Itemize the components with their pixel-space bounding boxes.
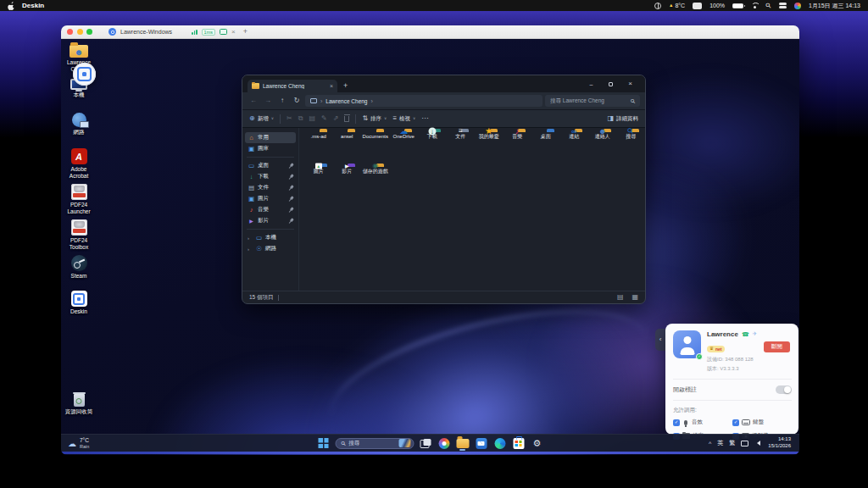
taskbar-search[interactable]: 搜尋 <box>335 438 414 449</box>
checkbox-checked[interactable] <box>673 419 680 426</box>
file-item[interactable]: .ms-ad <box>304 131 333 166</box>
explorer-tab[interactable]: Lawrence Cheng <box>248 80 337 92</box>
desktop-icon-pdf24-toolbox[interactable]: PDF24 Toolbox <box>64 218 94 251</box>
desktop-icon-network[interactable]: 網路 <box>64 109 94 136</box>
file-item[interactable]: 下載 <box>418 131 447 166</box>
file-explorer-button[interactable] <box>455 436 470 451</box>
file-item[interactable]: 連結 <box>560 131 589 166</box>
globe-icon[interactable] <box>654 3 661 9</box>
file-item[interactable]: 音樂 <box>504 131 532 166</box>
hidden-icons-chevron[interactable] <box>709 441 711 446</box>
mail-app-button[interactable] <box>474 436 488 451</box>
nav-item-this-pc[interactable]: 本機 <box>245 232 296 243</box>
permission-keyboard[interactable]: 鍵盤 <box>732 419 792 426</box>
battery-icon[interactable] <box>732 3 743 8</box>
desktop-icon-adobe-acrobat[interactable]: Adobe Acrobat <box>64 147 94 180</box>
ime-indicator[interactable]: 英 <box>717 439 723 447</box>
forward-icon[interactable] <box>262 97 274 104</box>
more-options-icon[interactable] <box>421 115 428 122</box>
view-button[interactable]: 檢視 <box>392 115 415 123</box>
nav-item-videos[interactable]: 影片 <box>245 215 296 226</box>
sort-button[interactable]: 排序 <box>362 115 387 123</box>
recycle-bin-icon <box>73 391 86 407</box>
weather-widget[interactable]: ☁ 7°C Rain <box>68 437 89 449</box>
desktop-icon-recycle-bin[interactable]: 資源回收筒 <box>64 389 94 415</box>
disconnect-button[interactable]: 斷開 <box>764 341 790 352</box>
file-item[interactable]: 圖片 <box>304 166 333 201</box>
file-item[interactable]: ansel <box>333 131 362 166</box>
permission-audio[interactable]: 音效 <box>673 419 732 426</box>
pinwheel-app-icon[interactable] <box>794 3 801 9</box>
spotlight-search-icon[interactable] <box>765 2 773 10</box>
nav-item-documents[interactable]: 文件 <box>245 182 296 193</box>
close-button[interactable] <box>620 75 640 92</box>
close-window-button[interactable] <box>67 29 73 35</box>
annotation-toggle[interactable] <box>776 385 792 394</box>
nav-item-network[interactable]: 網路 <box>245 243 296 254</box>
deskin-session-panel: Lawrence net 設備ID: 348 088 128 版本: V3.3.… <box>665 324 798 435</box>
back-icon[interactable] <box>248 97 259 104</box>
display-icon[interactable] <box>693 3 702 9</box>
pin-icon <box>287 206 294 214</box>
file-item[interactable]: 儲存的遊戲 <box>361 166 390 201</box>
volume-tray-icon[interactable] <box>754 441 760 446</box>
taskbar-clock[interactable]: 14:13 15/1/2026 <box>768 436 791 450</box>
microsoft-store-button[interactable] <box>511 436 526 451</box>
settings-button[interactable] <box>530 436 544 451</box>
file-item[interactable]: 連絡人 <box>588 131 617 166</box>
screen-quality-icon[interactable] <box>220 29 227 35</box>
session-tab-title[interactable]: Lawrence-Windows <box>120 29 172 35</box>
file-transfer-icon[interactable] <box>753 331 757 337</box>
large-icons-toggle-icon[interactable] <box>632 294 638 301</box>
network-tray-icon[interactable] <box>741 441 748 446</box>
up-icon[interactable] <box>276 97 288 104</box>
control-center-icon[interactable] <box>779 3 787 9</box>
item-count: 15 個項目 <box>249 294 274 302</box>
deskin-floating-ball[interactable] <box>73 63 96 86</box>
ime-language-indicator[interactable]: 繁 <box>729 439 735 447</box>
file-item[interactable]: Documents <box>361 131 390 166</box>
list-view-toggle-icon[interactable] <box>617 294 624 301</box>
desktop-icon-deskin[interactable]: Deskin <box>64 289 94 315</box>
refresh-icon[interactable] <box>291 97 303 104</box>
minimize-button[interactable] <box>581 75 601 92</box>
search-input[interactable]: 搜尋 Lawrence Cheng <box>545 95 640 107</box>
menubar-app-name[interactable]: Deskin <box>22 2 44 9</box>
nav-item-music[interactable]: 音樂 <box>245 204 296 215</box>
voice-call-icon[interactable] <box>742 331 749 337</box>
panel-collapse-handle[interactable] <box>655 329 665 351</box>
file-item[interactable]: 我的最愛 <box>475 131 504 166</box>
new-button[interactable]: 新增 <box>249 115 274 123</box>
zoom-window-button[interactable] <box>86 29 92 35</box>
new-tab-button[interactable] <box>343 82 348 90</box>
file-item[interactable]: 影片 <box>333 166 362 201</box>
edge-browser-button[interactable] <box>492 436 507 451</box>
nav-item-home[interactable]: 常用 <box>245 132 296 143</box>
new-session-tab-button[interactable] <box>243 28 248 36</box>
breadcrumb[interactable]: Lawrence Cheng <box>305 95 542 107</box>
start-button[interactable] <box>316 436 331 451</box>
nav-item-downloads[interactable]: 下載 <box>245 171 296 182</box>
close-tab-icon[interactable] <box>330 83 333 89</box>
menubar-clock[interactable]: 1月15日 週三 14:13 <box>809 2 860 10</box>
nav-item-pictures[interactable]: 圖片 <box>245 193 296 204</box>
details-pane-button[interactable]: 詳細資料 <box>607 115 638 123</box>
nav-item-gallery[interactable]: 圖庫 <box>245 143 296 154</box>
file-item[interactable]: 桌面 <box>531 131 560 166</box>
wifi-icon[interactable] <box>751 3 759 9</box>
photos-app-button[interactable] <box>437 436 451 451</box>
battery-percent[interactable]: 100% <box>709 3 725 8</box>
weather-menubar-item[interactable]: 8°C <box>669 3 685 8</box>
minimize-window-button[interactable] <box>77 29 83 35</box>
close-session-tab-button[interactable] <box>231 29 236 36</box>
apple-logo-icon[interactable] <box>8 1 14 10</box>
desktop-icon-pdf24-launcher[interactable]: PDF24 Launcher <box>64 182 94 215</box>
nav-item-desktop[interactable]: 桌面 <box>245 160 296 171</box>
file-item[interactable]: 搜尋 <box>617 131 646 166</box>
file-item[interactable]: OneDrive <box>390 131 419 166</box>
maximize-button[interactable] <box>601 75 620 92</box>
file-item[interactable]: 文件 <box>447 131 476 166</box>
checkbox-checked[interactable] <box>732 419 739 426</box>
task-view-button[interactable] <box>418 436 432 451</box>
desktop-icon-steam[interactable]: Steam <box>64 253 94 280</box>
